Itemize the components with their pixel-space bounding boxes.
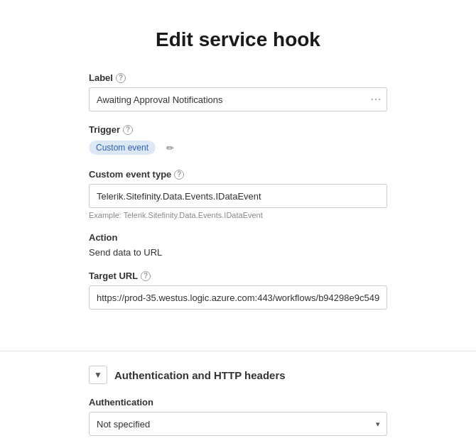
custom-event-type-help-icon[interactable]: ?	[174, 170, 184, 180]
authentication-label: Authentication	[89, 397, 387, 408]
trigger-field-label: Trigger ?	[89, 124, 387, 135]
target-url-field-group: Target URL ?	[89, 271, 387, 310]
custom-event-type-input[interactable]	[89, 184, 387, 208]
chevron-down-icon: ▼	[94, 370, 102, 380]
auth-section: ▼ Authentication and HTTP headers Authen…	[89, 366, 387, 448]
trigger-field-group: Trigger ? Custom event ✏	[89, 124, 387, 156]
collapse-toggle-button[interactable]: ▼	[89, 366, 107, 384]
target-url-help-icon[interactable]: ?	[141, 271, 151, 281]
label-help-icon[interactable]: ?	[116, 73, 126, 83]
trigger-text: Trigger	[89, 124, 120, 135]
label-field-label: Label ?	[89, 72, 387, 83]
form-section: Label ? ⋯ Trigger ? Custom event ✏	[89, 72, 387, 337]
action-value: Send data to URL	[89, 247, 387, 258]
action-text: Action	[89, 232, 117, 243]
auth-section-title: Authentication and HTTP headers	[114, 369, 286, 381]
pencil-icon: ✏	[166, 143, 174, 153]
label-input[interactable]	[89, 87, 387, 111]
trigger-help-icon[interactable]: ?	[123, 125, 133, 135]
target-url-input[interactable]	[89, 285, 387, 310]
label-dots-icon: ⋯	[370, 94, 382, 105]
custom-event-type-label: Custom event type ?	[89, 169, 387, 180]
page-container: Edit service hook Label ? ⋯ Trigger ? Cu…	[0, 0, 476, 448]
custom-event-type-text: Custom event type	[89, 169, 171, 180]
main-divider	[0, 351, 476, 351]
authentication-label-text: Authentication	[89, 397, 153, 408]
authentication-field-group: Authentication Not specified Basic OAuth…	[89, 397, 387, 436]
label-text: Label	[89, 72, 113, 83]
authentication-select[interactable]: Not specified Basic OAuth Token	[89, 412, 387, 436]
page-title: Edit service hook	[0, 0, 476, 72]
target-url-text: Target URL	[89, 271, 138, 281]
custom-event-type-field-group: Custom event type ? Example: Telerik.Sit…	[89, 169, 387, 219]
authentication-select-wrapper: Not specified Basic OAuth Token ▾	[89, 412, 387, 436]
edit-trigger-button[interactable]: ✏	[161, 139, 178, 156]
auth-section-header: ▼ Authentication and HTTP headers	[89, 366, 387, 384]
label-field-group: Label ? ⋯	[89, 72, 387, 111]
custom-event-type-example: Example: Telerik.Sitefinity.Data.Events.…	[89, 211, 387, 219]
custom-event-badge: Custom event	[89, 141, 156, 155]
target-url-label: Target URL ?	[89, 271, 387, 281]
example-label-text: Example:	[89, 211, 121, 219]
trigger-row: Custom event ✏	[89, 139, 387, 156]
label-input-wrapper: ⋯	[89, 87, 387, 111]
action-field-label: Action	[89, 232, 387, 243]
action-field-group: Action Send data to URL	[89, 232, 387, 258]
example-value-text: Telerik.Sitefinity.Data.Events.IDataEven…	[124, 211, 263, 219]
